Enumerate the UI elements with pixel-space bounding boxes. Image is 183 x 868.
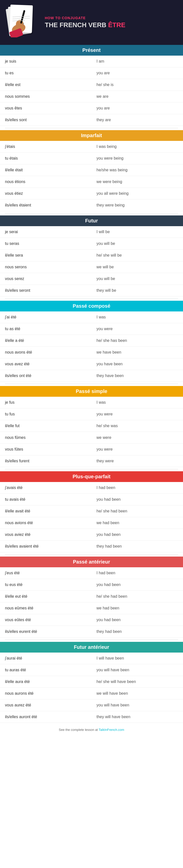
french-form: ils/elles ont été <box>0 370 92 382</box>
french-form: vous aurez été <box>0 700 92 711</box>
section-separator <box>5 469 178 469</box>
french-form: ils/elles furent <box>0 455 92 467</box>
table-passe-compose: j'ai étéI wastu as étéyou wereil/elle a … <box>0 311 183 382</box>
french-form: nous avions été <box>0 517 92 529</box>
table-row: nous étionswe were being <box>0 176 183 188</box>
table-row: tu esyou are <box>0 67 183 79</box>
english-translation: he/ she will have been <box>92 676 183 688</box>
french-form: tu seras <box>0 238 92 250</box>
table-row: tu avais étéyou had been <box>0 494 183 505</box>
hand-pen-svg <box>5 5 37 37</box>
table-passe-simple: je fusI wastu fusyou wereil/elle futhe/ … <box>0 397 183 467</box>
table-row: nous seronswe will be <box>0 261 183 273</box>
table-row: vous êtesyou are <box>0 102 183 114</box>
english-translation: we had been <box>92 517 183 529</box>
french-form: il/elle fut <box>0 420 92 432</box>
french-form: ils/elles eurent été <box>0 626 92 638</box>
english-translation: you have been <box>92 358 183 370</box>
english-translation: he/ she was <box>92 420 183 432</box>
table-row: tu eus étéyou had been <box>0 579 183 591</box>
table-row: il/elle a étéhe/ she has been <box>0 335 183 347</box>
english-translation: you were being <box>92 153 183 164</box>
french-form: j'avais été <box>0 482 92 494</box>
english-translation: he/ she is <box>92 79 183 91</box>
french-form: nous serons <box>0 261 92 273</box>
table-row: j'aurai étéI will have been <box>0 653 183 664</box>
header-main: THE FRENCH VERB ÊTRE <box>45 22 125 29</box>
table-row: nous sommeswe are <box>0 91 183 102</box>
english-translation: they had been <box>92 540 183 552</box>
section-separator <box>5 554 178 555</box>
svg-line-7 <box>12 18 30 19</box>
french-form: nous étions <box>0 176 92 188</box>
english-translation: we will be <box>92 261 183 273</box>
english-translation: we had been <box>92 602 183 614</box>
french-form: j'aurai été <box>0 653 92 664</box>
english-translation: you had been <box>92 579 183 591</box>
french-form: il/elle sera <box>0 250 92 261</box>
english-translation: he/ she had been <box>92 505 183 517</box>
table-row: ils/elles serontthey will be <box>0 285 183 297</box>
english-translation: he/she was being <box>92 164 183 176</box>
table-row: vous étiezyou all were being <box>0 188 183 199</box>
english-translation: they will be <box>92 285 183 297</box>
table-row: ils/elles ont ététhey have been <box>0 370 183 382</box>
table-row: ils/elles furentthey were <box>0 455 183 467</box>
english-translation: you will have been <box>92 664 183 676</box>
french-form: ils/elles avaient été <box>0 540 92 552</box>
table-row: il/elle étaithe/she was being <box>0 164 183 176</box>
french-form: j'eus été <box>0 567 92 579</box>
french-form: je suis <box>0 56 92 67</box>
footer-link[interactable]: TalkInFrench.com <box>99 728 124 732</box>
french-form: ils/elles auront été <box>0 711 92 723</box>
svg-rect-3 <box>20 10 25 24</box>
table-row: je fusI was <box>0 397 183 408</box>
paper-stack <box>5 5 37 37</box>
table-row: ils/elles étaientthey were being <box>0 199 183 211</box>
table-row: tu serasyou will be <box>0 238 183 250</box>
table-row: j'avais étéI had been <box>0 482 183 494</box>
english-translation: you will be <box>92 238 183 250</box>
english-translation: we were being <box>92 176 183 188</box>
section-header-passe-anterieur: Passé antérieur <box>0 557 183 567</box>
english-translation: you will be <box>92 273 183 285</box>
english-translation: we are <box>92 91 183 102</box>
table-row: vous aurez étéyou will have been <box>0 700 183 711</box>
french-form: nous eûmes été <box>0 602 92 614</box>
header-illustration <box>5 5 40 40</box>
table-row: nous fûmeswe were <box>0 432 183 443</box>
english-translation: you had been <box>92 494 183 505</box>
table-row: ils/elles auront ététhey will have been <box>0 711 183 723</box>
table-row: ils/elles avaient ététhey had been <box>0 540 183 552</box>
english-translation: you will have been <box>92 700 183 711</box>
french-form: nous aurons été <box>0 688 92 700</box>
footer-text: See the complete lesson at <box>59 728 98 732</box>
french-form: tu fus <box>0 408 92 420</box>
table-futur: je seraiI will betu serasyou will beil/e… <box>0 226 183 297</box>
english-translation: you were <box>92 323 183 335</box>
french-form: vous êtes <box>0 102 92 114</box>
english-translation: he/ she has been <box>92 335 183 347</box>
english-translation: they were <box>92 455 183 467</box>
table-row: nous avons étéwe have been <box>0 347 183 358</box>
table-row: je seraiI will be <box>0 226 183 238</box>
table-futur-anterieur: j'aurai étéI will have beentu auras étéy… <box>0 653 183 723</box>
table-row: j'ai étéI was <box>0 311 183 323</box>
sections-container: Présentje suisI amtu esyou areil/elle es… <box>0 45 183 723</box>
french-form: tu étais <box>0 153 92 164</box>
french-form: il/elle était <box>0 164 92 176</box>
french-form: il/elle avait été <box>0 505 92 517</box>
english-translation: I was being <box>92 141 183 153</box>
french-form: vous serez <box>0 273 92 285</box>
english-translation: you were <box>92 408 183 420</box>
table-row: je suisI am <box>0 56 183 67</box>
french-form: vous avez été <box>0 358 92 370</box>
section-header-plus-que-parfait: Plus-que-parfait <box>0 471 183 482</box>
english-translation: you are <box>92 67 183 79</box>
english-translation: you all were being <box>92 188 183 199</box>
french-form: nous avons été <box>0 347 92 358</box>
table-row: il/elle serahe/ she will be <box>0 250 183 261</box>
table-row: ils/elles sontthey are <box>0 114 183 126</box>
english-translation: they are <box>92 114 183 126</box>
french-form: vous eûtes été <box>0 614 92 626</box>
